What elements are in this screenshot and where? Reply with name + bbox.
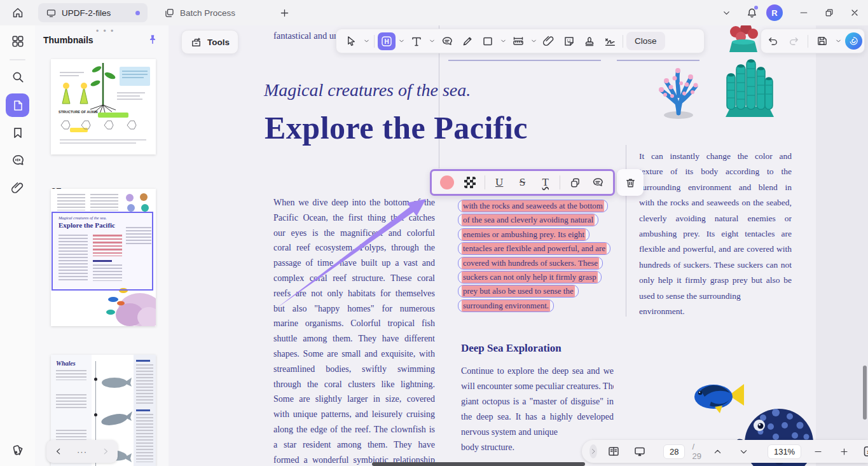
thumb-textlines: [57, 194, 85, 210]
highlight-line[interactable]: of the sea and cleverly avoiding natural: [458, 214, 598, 226]
highlight-annotation[interactable]: with the rocks and seaweeds at the botto…: [458, 200, 610, 313]
highlight-line[interactable]: suckers can not only help it firmly gras…: [458, 271, 602, 284]
notifications-button[interactable]: [741, 2, 762, 24]
rail-search-button[interactable]: [11, 70, 25, 84]
save-dropdown[interactable]: [834, 32, 843, 51]
text-line: along the edge of the reef. The clownfis…: [273, 422, 435, 437]
tab-updf-2-files[interactable]: UPDF-2-files: [38, 3, 148, 22]
highlight-line[interactable]: enemies or ambushing prey. Its eight: [458, 228, 589, 241]
stamp-tool-button[interactable]: [580, 32, 599, 51]
text-line: complex coral reef structure. These cora…: [273, 271, 435, 286]
thumbnail-pagination: ···: [46, 440, 118, 463]
chevron-right-icon[interactable]: [101, 447, 110, 456]
left-rail: [0, 25, 36, 466]
zoom-out-button[interactable]: [808, 442, 827, 461]
sticker-tool-button[interactable]: [560, 32, 579, 51]
rail-apps-button[interactable]: [11, 34, 25, 48]
chevron-left-icon[interactable]: [54, 447, 63, 456]
page-layout-button[interactable]: [604, 442, 623, 461]
pin-icon: [147, 34, 158, 45]
copy-annotation-button[interactable]: [566, 174, 583, 191]
thumbnail-page-27[interactable]: STRUCTURE OF AUXIN: [51, 59, 156, 154]
select-tool-button[interactable]: [341, 32, 361, 51]
partial-top-text: fantastical and uni: [273, 31, 341, 41]
pin-panel-button[interactable]: [147, 34, 158, 45]
ai-assistant-button[interactable]: [845, 32, 862, 50]
presentation-button[interactable]: [630, 442, 649, 461]
paperclip-icon: [542, 35, 555, 48]
text-tool-button[interactable]: [407, 32, 426, 51]
measure-tool-button[interactable]: [509, 32, 528, 51]
close-toolbar-button[interactable]: Close: [626, 32, 665, 50]
next-page-button[interactable]: [734, 442, 754, 461]
highlight-color-button[interactable]: [438, 174, 455, 191]
document-canvas: fantastical and uni Magical creatures of…: [169, 25, 868, 466]
highlight-tool-button[interactable]: H: [378, 32, 396, 50]
add-comment-button[interactable]: [589, 174, 607, 191]
rail-attachments-button[interactable]: [11, 181, 25, 195]
strikethrough-tool-button[interactable]: S: [514, 174, 531, 191]
minimize-button[interactable]: [793, 2, 815, 24]
text-line: flexible and powerful, and are covered w…: [639, 242, 792, 257]
select-tool-dropdown[interactable]: [362, 32, 371, 51]
text-tool-dropdown[interactable]: [427, 32, 436, 51]
highlight-line[interactable]: covered with hundreds of suckers. These: [458, 257, 603, 270]
cutoff-text-fragment: [448, 60, 601, 61]
vertical-scrollbar[interactable]: [863, 366, 867, 420]
tabs-dropdown-button[interactable]: [715, 2, 737, 24]
close-window-button[interactable]: [844, 2, 865, 24]
tools-menu-button[interactable]: Tools: [181, 30, 238, 54]
shape-tool-dropdown[interactable]: [499, 32, 507, 51]
opacity-button[interactable]: [461, 174, 478, 191]
coral-image-teal: [723, 57, 776, 121]
rail-bookmarks-button[interactable]: [11, 126, 25, 140]
pen-tool-button[interactable]: [458, 32, 477, 51]
ai-swirl-icon: [848, 36, 859, 46]
highlight-line[interactable]: tentacles are flexible and powerful, and…: [458, 242, 610, 255]
page-number-input[interactable]: 28: [663, 444, 685, 459]
comment-tool-button[interactable]: [437, 32, 457, 51]
previous-page-button[interactable]: [708, 442, 727, 461]
coral-image-blue: [653, 59, 704, 120]
panel-drag-handle[interactable]: • • •: [96, 27, 114, 36]
maximize-button[interactable]: [818, 2, 840, 24]
shape-tool-button[interactable]: [478, 32, 497, 51]
save-button[interactable]: [813, 32, 832, 51]
book-view-icon: [607, 445, 620, 458]
redo-button[interactable]: [785, 32, 804, 51]
highlighter-h-icon: H: [380, 35, 393, 48]
delete-annotation-button[interactable]: [617, 169, 644, 196]
attachment-tool-button[interactable]: [539, 32, 558, 51]
pagination-more-button[interactable]: ···: [77, 447, 87, 456]
squiggly-tool-button[interactable]: T: [537, 174, 554, 191]
collapse-bar-button[interactable]: [589, 444, 597, 458]
underline-tool-button[interactable]: U: [491, 174, 508, 191]
horizontal-scrollbar[interactable]: [372, 462, 585, 466]
highlight-line[interactable]: prey but also be used to sense the: [458, 285, 579, 298]
measure-tool-dropdown[interactable]: [529, 32, 538, 51]
tools-label: Tools: [207, 38, 230, 47]
rail-thumbnails-button[interactable]: [6, 93, 29, 117]
highlight-tool-dropdown[interactable]: [397, 32, 406, 51]
rail-comments-button[interactable]: [11, 153, 25, 167]
thumb-timeline-dot: [94, 413, 97, 416]
thumbnails-panel: • • • Thumbnails: [35, 25, 169, 466]
home-button[interactable]: [10, 5, 25, 20]
highlight-line[interactable]: with the rocks and seaweeds at the botto…: [458, 200, 608, 212]
chevron-down-icon: [722, 8, 731, 18]
new-tab-button[interactable]: [273, 2, 295, 24]
zoom-in-button[interactable]: [834, 442, 853, 461]
tab-batch-process[interactable]: Batch Process: [156, 3, 267, 22]
account-button[interactable]: R: [764, 2, 785, 24]
thumb-viewport-indicator[interactable]: [52, 212, 153, 291]
zoom-level-input[interactable]: 131%: [768, 444, 801, 459]
signature-tool-button[interactable]: [600, 32, 619, 51]
undo-button[interactable]: [763, 32, 782, 51]
actual-size-button[interactable]: 1:1: [860, 442, 868, 461]
text-line: streamlined bodies, swiftly swimming: [273, 362, 435, 377]
thumbnail-page-28[interactable]: Magical creatures of the sea. Explore th…: [51, 189, 156, 326]
rail-appearance-button[interactable]: [11, 443, 25, 457]
view-controls-bar: 28 / 29 131% 1:1: [582, 440, 868, 463]
text-line: our eyes is the magnificent and colorful: [273, 226, 435, 241]
highlight-line[interactable]: surrounding environment.: [458, 299, 554, 312]
